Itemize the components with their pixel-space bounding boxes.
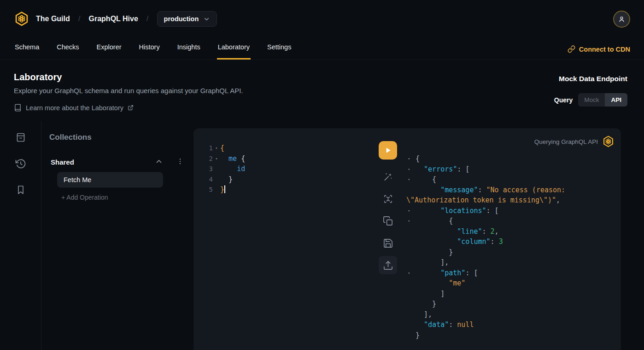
response-json: ▾{▾ "errors": [▾ { "message": "No access… (406, 154, 615, 340)
chevron-up-icon (155, 157, 163, 166)
response-line: "column": 3 (406, 237, 615, 247)
endpoint-option-api[interactable]: API (605, 93, 627, 107)
play-icon (383, 146, 392, 155)
page-title: Laboratory (14, 72, 243, 83)
hive-logo-icon (602, 135, 615, 148)
response-line: ▾ "path": [ (406, 268, 615, 279)
response-line: "me" (406, 278, 615, 289)
connect-to-cdn-label: Connect to CDN (579, 46, 630, 53)
save-button[interactable] (379, 234, 397, 252)
response-line: ▾ { (406, 174, 615, 185)
target-selector-value: production (164, 15, 199, 23)
prettify-button[interactable] (379, 167, 397, 186)
editor-line: 1▾{ (205, 143, 370, 154)
merge-icon (383, 194, 393, 204)
upload-icon (383, 260, 393, 271)
collections-panel: Collections Shared Fetch Me + Add Operat… (41, 121, 193, 350)
rail-history-button[interactable] (15, 158, 26, 169)
tab-history[interactable]: History (138, 43, 161, 59)
target-selector-button[interactable]: production (157, 11, 217, 27)
code-text: { (220, 143, 224, 154)
rail-collection-button[interactable] (15, 132, 26, 143)
merge-button[interactable] (379, 190, 397, 208)
response-panel: Querying GraphQL API ▾{▾ "errors": [▾ { … (406, 135, 615, 340)
line-number: 2 (205, 154, 213, 164)
breadcrumb-project[interactable]: GraphQL Hive (89, 15, 138, 23)
connect-to-cdn-link[interactable]: Connect to CDN (568, 45, 630, 59)
tab-insights[interactable]: Insights (176, 43, 201, 59)
tab-settings[interactable]: Settings (266, 43, 292, 59)
line-number: 1 (205, 143, 213, 154)
response-line: ▾ { (406, 216, 615, 226)
fold-toggle-icon[interactable]: ▾ (408, 216, 410, 226)
response-line: ▾ "locations": [ (406, 206, 615, 216)
response-line: } (406, 330, 615, 341)
line-number: 4 (205, 174, 213, 185)
group-menu-button[interactable] (176, 157, 185, 166)
response-status-text: Querying GraphQL API (534, 138, 598, 145)
endpoint-option-mock[interactable]: Mock (578, 93, 605, 107)
collapse-group-button[interactable] (155, 157, 164, 166)
breadcrumb: The Guild / GraphQL Hive / production (36, 11, 217, 27)
endpoint-toggle: MockAPI (578, 93, 627, 107)
tab-explorer[interactable]: Explorer (96, 43, 123, 59)
external-link-icon (128, 105, 134, 111)
copy-icon (383, 216, 393, 226)
history-icon (15, 158, 26, 169)
play-button[interactable] (379, 141, 397, 160)
collection-icon (15, 132, 26, 143)
fold-toggle-icon[interactable]: ▾ (408, 268, 410, 279)
learn-more-link[interactable]: Learn more about the Laboratory (14, 104, 243, 112)
query-editor[interactable]: 1▾{2▾ me {3 id4 }5} (205, 143, 370, 195)
text-cursor (224, 185, 225, 193)
fold-toggle-icon[interactable]: ▾ (213, 143, 220, 154)
tab-laboratory[interactable]: Laboratory (217, 43, 251, 59)
learn-more-label: Learn more about the Laboratory (26, 104, 123, 112)
fold-toggle-icon[interactable]: ▾ (213, 154, 220, 164)
hive-logo-icon[interactable] (14, 11, 29, 27)
response-status-row: Querying GraphQL API (406, 135, 615, 148)
operation-item[interactable]: Fetch Me (57, 172, 163, 188)
fold-toggle-icon[interactable]: ▾ (408, 174, 410, 185)
share-button[interactable] (379, 256, 397, 274)
fold-toggle-icon[interactable]: ▾ (408, 206, 410, 216)
response-line: \"Authorization token is missing\")", (406, 195, 615, 206)
tab-checks[interactable]: Checks (56, 43, 80, 59)
copy-button[interactable] (379, 212, 397, 230)
response-line: ▾ "errors": [ (406, 164, 615, 175)
editor-line: 5} (205, 184, 370, 195)
graphql-hive-app: The Guild / GraphQL Hive / production Sc… (0, 0, 644, 350)
prettify-icon (383, 172, 393, 182)
add-operation-button[interactable]: + Add Operation (61, 194, 185, 201)
fold-toggle-icon[interactable]: ▾ (408, 154, 410, 164)
tab-schema[interactable]: Schema (14, 43, 40, 59)
code-text: id (220, 164, 245, 174)
mock-endpoint-title: Mock Data Endpoint (554, 75, 627, 83)
line-number: 3 (205, 164, 213, 174)
link-icon (568, 45, 575, 53)
editor-line: 3 id (205, 164, 370, 174)
line-number: 5 (205, 184, 213, 195)
project-tab-bar: SchemaChecksExplorerHistoryInsightsLabor… (0, 38, 644, 60)
rail-bookmark-button[interactable] (15, 184, 26, 196)
code-text: } (220, 184, 225, 195)
tools-rail (0, 121, 41, 350)
collections-title: Collections (49, 133, 185, 142)
editor-toolbar (379, 141, 397, 274)
bookmark-icon (15, 184, 26, 196)
response-line: } (406, 299, 615, 309)
editor-line: 4 } (205, 174, 370, 185)
response-line: } (406, 247, 615, 258)
dots-vertical-icon (176, 157, 184, 166)
person-icon (618, 15, 626, 23)
response-line: ▾{ (406, 154, 615, 164)
response-line: "message": "No access (reason: (406, 185, 615, 196)
top-bar: The Guild / GraphQL Hive / production (0, 0, 644, 38)
fold-toggle-icon[interactable]: ▾ (408, 164, 410, 175)
laboratory-main: Collections Shared Fetch Me + Add Operat… (0, 121, 644, 350)
user-avatar[interactable] (613, 11, 630, 28)
code-text: } (220, 174, 233, 185)
save-icon (383, 238, 393, 249)
breadcrumb-org[interactable]: The Guild (36, 15, 70, 23)
editor-line: 2▾ me { (205, 154, 370, 164)
